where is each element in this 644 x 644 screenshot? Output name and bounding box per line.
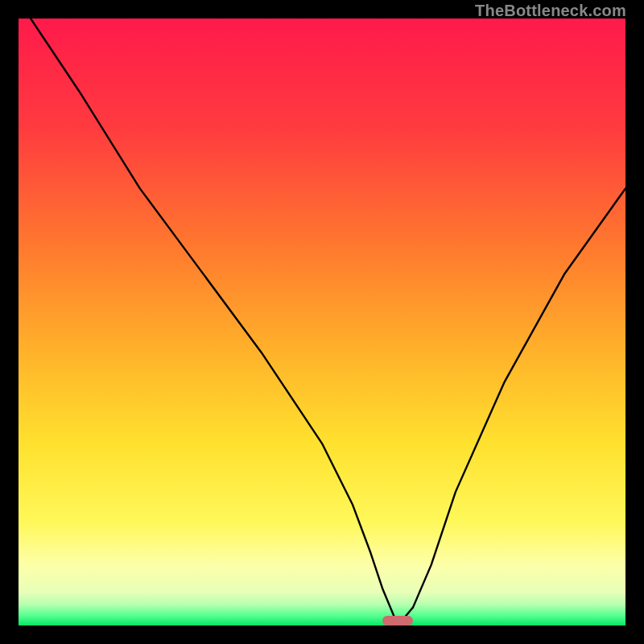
chart-frame: TheBottleneck.com [0,0,644,644]
optimum-marker [382,616,413,625]
plot-area [19,19,625,625]
watermark-text: TheBottleneck.com [475,2,626,20]
bottleneck-curve [19,19,625,625]
